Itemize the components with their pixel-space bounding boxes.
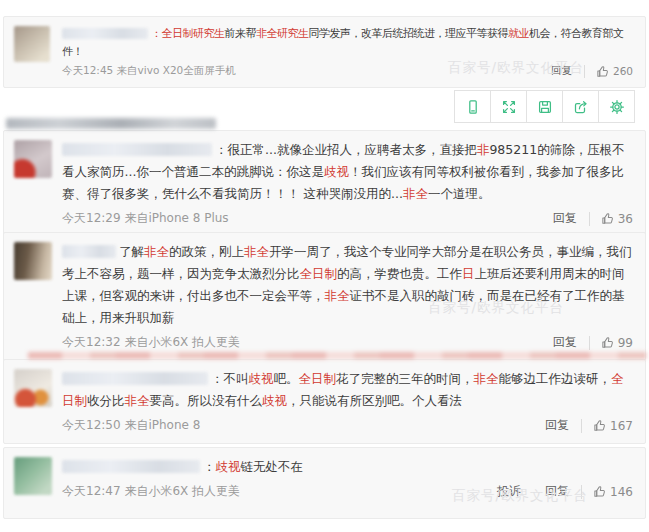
comment-text: 了解非全的政策，刚上非全开学一周了，我这个专业同学大部分是在职公务员，事业编，我… — [62, 241, 633, 329]
user-avatar[interactable] — [14, 457, 52, 495]
thumb-up-icon — [596, 65, 609, 78]
keyword-highlight: 歧视 — [216, 459, 241, 474]
comment-text-segment: 前来帮 — [225, 27, 257, 40]
thumb-up-icon — [593, 485, 606, 498]
mobile-view-button[interactable] — [454, 90, 491, 123]
comment-text-segment: ： — [211, 371, 224, 386]
comment-card: 了解非全的政策，刚上非全开学一周了，我这个专业同学大部分是在职公务员，事业编，我… — [3, 232, 646, 361]
keyword-highlight: 全日制 — [300, 266, 338, 281]
keyword-highlight: 非全 — [144, 244, 169, 259]
reply-button[interactable]: 回复 — [553, 334, 577, 351]
user-avatar[interactable] — [14, 26, 50, 62]
comment-meta: 今天12:32 来自小米6X 拍人更美 — [62, 334, 553, 351]
comment-text-segment: 能够边工作边读研， — [499, 371, 612, 386]
comment-text-segment: 花了完整的三年的时间， — [336, 371, 474, 386]
thumb-up-icon — [601, 336, 614, 349]
fullscreen-button[interactable] — [490, 90, 527, 123]
share-icon — [573, 99, 589, 115]
blurred-redtext-strip — [28, 352, 646, 359]
comment-card: ：全日制研究生前来帮非全研究生同学发声，改革后统招统进，理应平等获得就业机会，符… — [3, 16, 646, 88]
fullscreen-icon — [501, 99, 517, 115]
keyword-highlight: 非全研究生 — [256, 27, 309, 40]
comment-text-segment: 的高，学费也贵。工作 — [337, 266, 462, 281]
keyword-highlight: 歧视 — [262, 393, 287, 408]
comment-text-segment: 的政策，刚上 — [169, 244, 244, 259]
username-blurred[interactable] — [62, 28, 148, 39]
comment-meta: 今天12:45 来自vivo X20全面屏手机 — [62, 64, 551, 78]
reply-button[interactable]: 回复 — [553, 210, 577, 227]
like-count: 36 — [618, 212, 633, 226]
like-count: 146 — [610, 485, 633, 499]
comment-section: ：全日制研究生前来帮非全研究生同学发声，改革后统招统进，理应平等获得就业机会，符… — [0, 0, 649, 532]
mobile-icon — [465, 99, 481, 115]
comment-text: ：不叫歧视吧。全日制花了完整的三年的时间，非全能够边工作边读研，全日制收分比非全… — [62, 368, 633, 412]
save-icon — [537, 99, 553, 115]
thumb-up-icon — [593, 419, 606, 432]
like-count: 99 — [618, 336, 633, 350]
comment-meta: 今天12:50 来自iPhone 8 — [62, 417, 545, 434]
comment-meta: 今天12:47 来自小米6X 拍人更美 — [62, 483, 497, 500]
keyword-highlight: 就业 — [508, 27, 529, 40]
blurred-text-strip — [6, 118, 216, 129]
comment-text-segment: 收分比 — [87, 393, 125, 408]
like-count: 167 — [610, 419, 633, 433]
like-button[interactable]: 99 — [589, 336, 633, 350]
user-avatar[interactable] — [14, 140, 52, 178]
report-button[interactable]: 投诉 — [497, 483, 521, 500]
comment-card: ：歧视链无处不在 今天12:47 来自小米6X 拍人更美 投诉 回复 146 — [3, 447, 646, 519]
comment-text-segment: 了解 — [119, 244, 144, 259]
keyword-highlight: 歧视 — [249, 371, 274, 386]
keyword-highlight: 非全 — [325, 288, 350, 303]
comment-text-segment: 链无处不在 — [241, 459, 304, 474]
comment-text-segment: 一个道理。 — [428, 186, 491, 201]
comment-text-segment: 很正常...就像企业招人，应聘者太多，直接把 — [228, 142, 477, 157]
username-blurred[interactable] — [62, 372, 208, 385]
annotation-toolbar — [455, 90, 635, 123]
like-count: 260 — [613, 65, 633, 77]
reply-button[interactable]: 回复 — [551, 64, 572, 78]
like-button[interactable]: 167 — [581, 419, 633, 433]
comment-text-segment: 同学发声，改革后统招统进，理应平等获得 — [309, 27, 509, 40]
reply-button[interactable]: 回复 — [545, 417, 569, 434]
comment-text-segment: ，只能说有所区别吧。个人看法 — [287, 393, 462, 408]
comment-text-segment: ： — [215, 142, 228, 157]
keyword-highlight: 全日制研究生 — [162, 27, 225, 40]
comment-text-segment: ： — [203, 459, 216, 474]
comment-text-segment: 吧。 — [274, 371, 299, 386]
keyword-highlight: 非全 — [244, 244, 269, 259]
username-blurred[interactable] — [62, 245, 116, 258]
keyword-highlight: ： — [151, 27, 162, 40]
like-button[interactable]: 260 — [584, 65, 633, 78]
keyword-highlight: 非全 — [125, 393, 150, 408]
comment-text: ：全日制研究生前来帮非全研究生同学发声，改革后统招统进，理应平等获得就业机会，符… — [62, 25, 633, 61]
user-avatar[interactable] — [14, 242, 52, 280]
like-button[interactable]: 146 — [581, 485, 633, 499]
keyword-highlight: 歧视 — [324, 164, 349, 179]
keyword-highlight: 非 — [477, 142, 490, 157]
share-button[interactable] — [562, 90, 599, 123]
keyword-highlight: 日 — [462, 266, 475, 281]
settings-button[interactable] — [598, 90, 635, 123]
username-blurred[interactable] — [62, 460, 200, 473]
like-button[interactable]: 36 — [589, 212, 633, 226]
settings-icon — [609, 99, 625, 115]
username-blurred[interactable] — [62, 143, 212, 156]
comment-meta: 今天12:29 来自iPhone 8 Plus — [62, 210, 553, 227]
comment-card: ：不叫歧视吧。全日制花了完整的三年的时间，非全能够边工作边读研，全日制收分比非全… — [3, 359, 646, 444]
thumb-up-icon — [601, 212, 614, 225]
keyword-highlight: 全日制 — [299, 371, 337, 386]
comment-text-segment: 不叫 — [224, 371, 249, 386]
user-avatar[interactable] — [14, 369, 52, 407]
comment-text: ：歧视链无处不在 — [62, 456, 633, 478]
keyword-highlight: 非全 — [474, 371, 499, 386]
comment-text-segment: 要高。所以没有什么 — [150, 393, 263, 408]
comment-card: ：很正常...就像企业招人，应聘者太多，直接把非985211的筛除，压根不看人家… — [3, 130, 646, 237]
comment-text: ：很正常...就像企业招人，应聘者太多，直接把非985211的筛除，压根不看人家… — [62, 139, 633, 205]
save-button[interactable] — [526, 90, 563, 123]
reply-button[interactable]: 回复 — [545, 483, 569, 500]
keyword-highlight: 非全 — [403, 186, 428, 201]
